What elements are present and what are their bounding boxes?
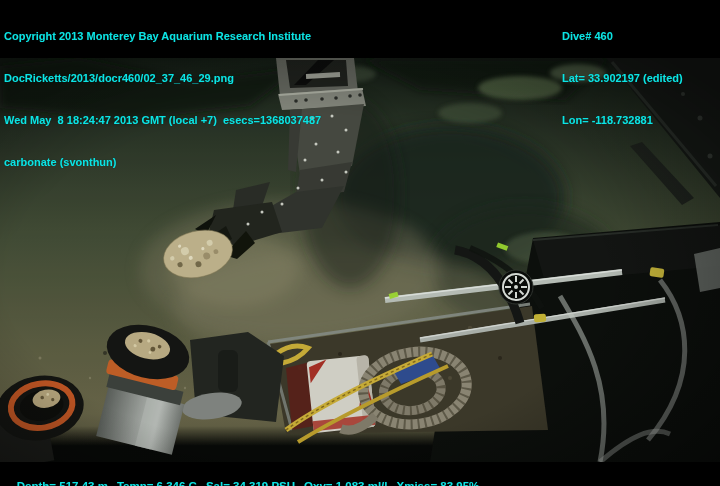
file-path-line: DocRicketts/2013/docr460/02_37_46_29.png	[4, 71, 321, 85]
salinity-readout: Sal= 34.319 PSU	[206, 480, 295, 486]
overlay-telemetry: Depth= 517.43 mTemp= 6.346 CSal= 34.319 …	[4, 465, 488, 486]
oxygen-readout: Oxy= 1.083 ml/l	[304, 480, 387, 486]
annotation-line: carbonate (svonthun)	[4, 155, 321, 169]
transmissivity-readout: Xmiss= 83.95%	[397, 480, 480, 486]
timestamp-line: Wed May 8 18:24:47 2013 GMT (local +7) e…	[4, 113, 321, 127]
latitude: Lat= 33.902197 (edited)	[562, 71, 683, 85]
dive-number: Dive# 460	[562, 29, 683, 43]
temperature-readout: Temp= 6.346 C	[117, 480, 197, 486]
longitude: Lon= -118.732881	[562, 113, 683, 127]
overlay-top-right: Dive# 460 Lat= 33.902197 (edited) Lon= -…	[562, 1, 683, 155]
copyright-line: Copyright 2013 Monterey Bay Aquarium Res…	[4, 29, 321, 43]
video-frame: Copyright 2013 Monterey Bay Aquarium Res…	[0, 0, 720, 486]
depth-readout: Depth= 517.43 m	[17, 480, 108, 486]
overlay-top-left: Copyright 2013 Monterey Bay Aquarium Res…	[4, 1, 321, 197]
